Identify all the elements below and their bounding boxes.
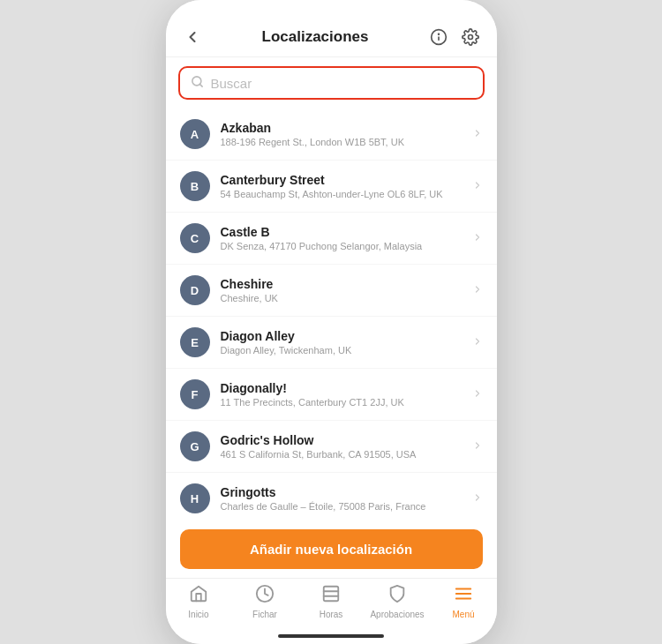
location-name: Canterbury Street: [221, 173, 467, 187]
avatar: A: [180, 119, 210, 149]
svg-line-6: [199, 84, 202, 86]
status-bar: [166, 0, 497, 18]
svg-point-3: [438, 34, 439, 34]
nav-label-inicio: Inicio: [188, 610, 208, 619]
location-address: Diagon Alley, Twickenham, UK: [221, 345, 467, 356]
inicio-icon: [189, 584, 208, 608]
nav-label-aprobaciones: Aprobaciones: [370, 610, 424, 619]
nav-item-horas[interactable]: Horas: [298, 584, 365, 619]
nav-item-fichar[interactable]: Fichar: [232, 584, 298, 619]
chevron-right-icon: [472, 492, 483, 505]
chevron-right-icon: [472, 440, 483, 453]
location-address: Cheshire, UK: [221, 293, 467, 303]
bottom-nav: InicioFicharHorasAprobacionesMenú: [166, 578, 497, 628]
page-title: Localizaciones: [205, 28, 426, 46]
settings-button[interactable]: [458, 25, 483, 49]
nav-item-aprobaciones[interactable]: Aprobaciones: [365, 584, 431, 619]
location-name: Godric's Hollow: [221, 433, 467, 447]
add-button-container: Añadir nueva localización: [166, 517, 497, 578]
back-button[interactable]: [180, 25, 205, 49]
location-name: Azkaban: [221, 121, 467, 135]
phone-frame: Localizaciones: [166, 0, 497, 644]
location-address: 188-196 Regent St., London W1B 5BT, UK: [221, 137, 467, 147]
chevron-right-icon: [472, 180, 483, 193]
avatar: D: [180, 275, 210, 305]
fichar-icon: [255, 584, 275, 608]
info-button[interactable]: [426, 25, 451, 49]
search-placeholder: Buscar: [211, 76, 252, 91]
nav-label-fichar: Fichar: [252, 610, 277, 619]
nav-item-inicio[interactable]: Inicio: [166, 584, 232, 619]
avatar: H: [180, 483, 210, 513]
location-name: Diagon Alley: [221, 329, 467, 343]
list-item[interactable]: FDiagonally!11 The Precincts, Canterbury…: [166, 369, 497, 421]
list-item[interactable]: BCanterbury Street54 Beauchamp St, Ashto…: [166, 161, 497, 213]
avatar: E: [180, 327, 210, 357]
nav-item-menu[interactable]: Menú: [431, 584, 497, 619]
aprobaciones-icon: [387, 584, 407, 608]
location-address: 11 The Precincts, Canterbury CT1 2JJ, UK: [221, 397, 467, 408]
avatar: F: [180, 379, 210, 409]
location-name: Cheshire: [221, 277, 467, 291]
list-item[interactable]: CCastle BDK Senza, 47170 Puchong Selango…: [166, 213, 497, 265]
svg-point-4: [468, 35, 472, 40]
list-item[interactable]: DCheshireCheshire, UK: [166, 265, 497, 317]
list-item[interactable]: EDiagon AlleyDiagon Alley, Twickenham, U…: [166, 317, 497, 369]
avatar: B: [180, 171, 210, 201]
avatar: C: [180, 223, 210, 253]
search-icon: [191, 75, 204, 91]
svg-rect-8: [324, 587, 339, 602]
chevron-right-icon: [472, 284, 483, 297]
add-location-button[interactable]: Añadir nueva localización: [180, 529, 483, 569]
home-indicator: [166, 628, 497, 644]
location-address: Charles de Gaulle – Étoile, 75008 Paris,…: [221, 501, 467, 512]
search-box[interactable]: Buscar: [178, 66, 485, 100]
chevron-right-icon: [472, 336, 483, 349]
search-container: Buscar: [166, 57, 497, 109]
home-bar: [278, 634, 384, 638]
menu-icon: [454, 584, 473, 608]
nav-label-menu: Menú: [452, 610, 474, 619]
location-name: Castle B: [221, 225, 467, 239]
location-address: 461 S California St, Burbank, CA 91505, …: [221, 449, 467, 460]
nav-label-horas: Horas: [320, 610, 343, 619]
chevron-right-icon: [472, 232, 483, 245]
location-address: 54 Beauchamp St, Ashton-under-Lyne OL6 8…: [221, 189, 467, 199]
location-name: Gringotts: [221, 485, 467, 499]
location-address: DK Senza, 47170 Puchong Selangor, Malays…: [221, 241, 467, 251]
list-item[interactable]: HGringottsCharles de Gaulle – Étoile, 75…: [166, 473, 497, 517]
chevron-right-icon: [472, 128, 483, 141]
avatar: G: [180, 431, 210, 461]
location-name: Diagonally!: [221, 381, 467, 395]
horas-icon: [321, 584, 341, 608]
list-item[interactable]: AAzkaban188-196 Regent St., London W1B 5…: [166, 109, 497, 161]
header: Localizaciones: [166, 18, 497, 57]
location-list: AAzkaban188-196 Regent St., London W1B 5…: [166, 109, 497, 517]
chevron-right-icon: [472, 388, 483, 401]
list-item[interactable]: GGodric's Hollow461 S California St, Bur…: [166, 421, 497, 473]
